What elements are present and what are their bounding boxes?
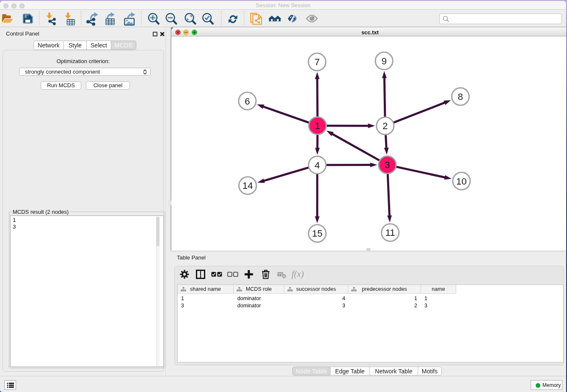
svg-text:15: 15 — [312, 228, 322, 239]
svg-text:4: 4 — [315, 160, 320, 171]
svg-text:3: 3 — [385, 160, 390, 170]
svg-text:9: 9 — [381, 56, 387, 66]
svg-text:8: 8 — [458, 91, 463, 102]
svg-text:11: 11 — [385, 227, 395, 238]
svg-text:1: 1 — [315, 121, 320, 131]
svg-text:7: 7 — [314, 57, 320, 67]
svg-text:6: 6 — [245, 96, 250, 107]
svg-text:2: 2 — [383, 121, 388, 131]
svg-text:10: 10 — [456, 176, 467, 187]
svg-text:14: 14 — [242, 180, 253, 191]
